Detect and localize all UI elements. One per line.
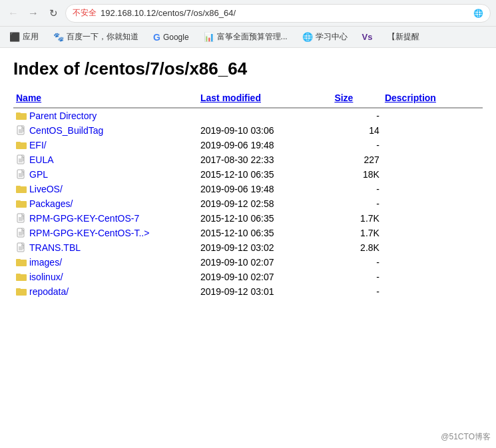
folder-icon xyxy=(16,286,27,297)
file-size-cell: 2.8K xyxy=(332,240,382,255)
file-link[interactable]: RPM-GPG-KEY-CentOS-7 xyxy=(29,213,139,224)
file-name-cell: RPM-GPG-KEY-CentOS-T..> xyxy=(13,226,198,240)
file-list: Parent Directory - CentOS_BuildTag 2019-… xyxy=(13,108,483,299)
file-desc-cell xyxy=(382,167,483,182)
insecure-badge: 不安全 xyxy=(73,7,97,19)
file-desc-cell xyxy=(382,226,483,240)
file-link[interactable]: isolinux/ xyxy=(29,272,63,282)
file-icon xyxy=(16,242,27,253)
file-name-cell: isolinux/ xyxy=(13,270,198,284)
file-name-cell: Packages/ xyxy=(13,196,198,211)
bookmark-vs[interactable]: Vs xyxy=(358,31,377,43)
file-desc-cell xyxy=(382,211,483,226)
file-modified-cell: 2019-09-10 02:07 xyxy=(198,255,332,270)
file-desc-cell xyxy=(382,138,483,152)
file-link[interactable]: Packages/ xyxy=(29,198,73,209)
forward-button[interactable]: → xyxy=(25,5,41,21)
file-size-cell: - xyxy=(332,108,382,123)
file-link[interactable]: EULA xyxy=(29,154,54,165)
col-header-modified-link[interactable]: Last modified xyxy=(200,93,261,103)
file-size-cell: - xyxy=(332,138,382,152)
watermark: @51CTO博客 xyxy=(441,431,491,434)
page-title: Index of /centos/7/os/x86_64 xyxy=(13,59,483,79)
file-link[interactable]: RPM-GPG-KEY-CentOS-T..> xyxy=(29,228,149,238)
address-bar[interactable]: 不安全 192.168.10.12/centos/7/os/x86_64/ 🌐 xyxy=(65,4,491,23)
file-name-cell: RPM-GPG-KEY-CentOS-7 xyxy=(13,211,198,226)
bookmark-apps[interactable]: ⬛ 应用 xyxy=(5,30,43,44)
table-row: LiveOS/ 2019-09-06 19:48- xyxy=(13,182,483,196)
bookmark-study[interactable]: 🌐 学习中心 xyxy=(298,30,352,44)
file-size-cell: - xyxy=(332,270,382,284)
file-desc-cell xyxy=(382,196,483,211)
col-header-name: Name xyxy=(13,90,198,108)
bookmark-study-label: 学习中心 xyxy=(316,31,348,43)
file-icon xyxy=(16,154,27,165)
file-link[interactable]: repodata/ xyxy=(29,286,69,297)
file-link[interactable]: images/ xyxy=(29,257,62,268)
svg-rect-19 xyxy=(16,200,21,202)
folder-icon xyxy=(16,198,27,209)
file-name-cell: images/ xyxy=(13,255,198,270)
svg-rect-17 xyxy=(16,186,21,188)
file-icon xyxy=(16,169,27,180)
reload-button[interactable]: ↻ xyxy=(45,5,61,21)
file-icon xyxy=(16,228,27,238)
back-button[interactable]: ← xyxy=(5,5,21,21)
col-header-name-link[interactable]: Name xyxy=(16,93,41,103)
file-modified-cell: 2017-08-30 22:33 xyxy=(198,152,332,167)
file-modified-cell: 2019-09-06 19:48 xyxy=(198,138,332,152)
file-name-cell: CentOS_BuildTag xyxy=(13,123,198,138)
col-header-desc-link[interactable]: Description xyxy=(385,93,436,103)
google-icon: G xyxy=(153,32,160,43)
col-header-size-link[interactable]: Size xyxy=(334,93,353,103)
bookmark-new[interactable]: 【新提醒 xyxy=(383,30,423,44)
table-row: EULA 2017-08-30 22:33227 xyxy=(13,152,483,167)
bookmark-google-label: Google xyxy=(163,33,189,42)
baidu-icon: 🐾 xyxy=(53,32,64,42)
file-link[interactable]: TRANS.TBL xyxy=(29,242,81,253)
bookmark-apps-label: 应用 xyxy=(23,31,39,43)
translate-icon[interactable]: 🌐 xyxy=(473,9,483,18)
file-modified-cell: 2019-09-10 02:07 xyxy=(198,270,332,284)
file-modified-cell: 2019-09-12 03:01 xyxy=(198,284,332,299)
file-modified-cell: 2019-09-10 03:06 xyxy=(198,123,332,138)
apps-icon: ⬛ xyxy=(9,32,20,42)
file-size-cell: - xyxy=(332,182,382,196)
file-link[interactable]: EFI/ xyxy=(29,140,47,150)
bookmarks-bar: ⬛ 应用 🐾 百度一下，你就知道 G Google 📊 富筝全面预算管理... … xyxy=(0,27,496,48)
file-desc-cell xyxy=(382,123,483,138)
file-link[interactable]: LiveOS/ xyxy=(29,184,63,194)
file-desc-cell xyxy=(382,284,483,299)
file-name-cell: Parent Directory xyxy=(13,108,198,123)
folder-icon xyxy=(16,184,27,194)
file-icon xyxy=(16,213,27,224)
file-modified-cell: 2019-09-12 02:58 xyxy=(198,196,332,211)
col-header-size: Size xyxy=(332,90,382,108)
bookmark-baidu[interactable]: 🐾 百度一下，你就知道 xyxy=(49,30,142,44)
page-content: Index of /centos/7/os/x86_64 Name Last m… xyxy=(0,48,496,434)
file-modified-cell xyxy=(198,108,332,123)
bookmark-baidu-label: 百度一下，你就知道 xyxy=(67,31,138,43)
file-size-cell: 1.7K xyxy=(332,226,382,240)
file-link[interactable]: GPL xyxy=(29,169,48,180)
file-desc-cell xyxy=(382,270,483,284)
table-row: RPM-GPG-KEY-CentOS-7 2015-12-10 06:351.7… xyxy=(13,211,483,226)
browser-chrome: ← → ↻ 不安全 192.168.10.12/centos/7/os/x86_… xyxy=(0,0,496,27)
file-modified-cell: 2019-09-06 19:48 xyxy=(198,182,332,196)
fuquan-icon: 📊 xyxy=(204,32,214,42)
file-modified-cell: 2015-12-10 06:35 xyxy=(198,211,332,226)
file-name-cell: GPL xyxy=(13,167,198,182)
bookmark-fuquan[interactable]: 📊 富筝全面预算管理... xyxy=(200,30,292,44)
file-name-cell: LiveOS/ xyxy=(13,182,198,196)
col-header-modified: Last modified xyxy=(198,90,332,108)
file-name-cell: TRANS.TBL xyxy=(13,240,198,255)
table-header-row: Name Last modified Size Description xyxy=(13,90,483,108)
folder-icon xyxy=(16,272,27,282)
bookmark-google[interactable]: G Google xyxy=(149,31,193,44)
file-link[interactable]: CentOS_BuildTag xyxy=(29,125,103,136)
svg-rect-37 xyxy=(16,288,21,290)
file-size-cell: - xyxy=(332,255,382,270)
file-desc-cell xyxy=(382,240,483,255)
file-link[interactable]: Parent Directory xyxy=(29,111,97,121)
table-row: images/ 2019-09-10 02:07- xyxy=(13,255,483,270)
